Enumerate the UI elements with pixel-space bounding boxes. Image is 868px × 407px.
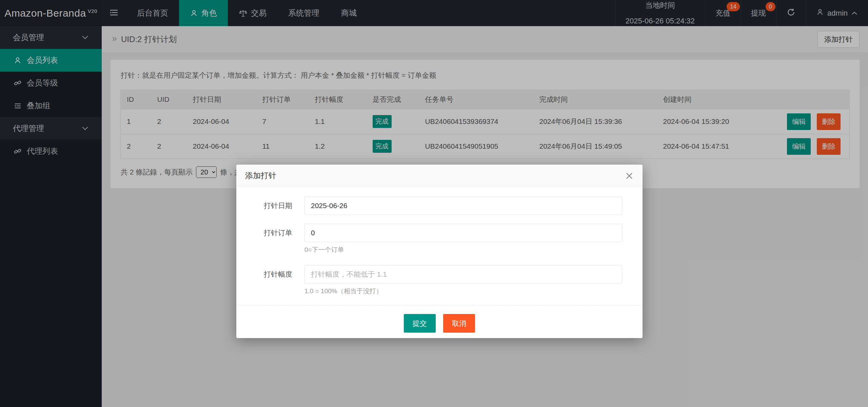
rate-hint-text: 1.0 = 100%（相当于没打）: [304, 287, 643, 296]
form-row-rate: 打针幅度: [236, 265, 643, 283]
field-label-rate: 打针幅度: [260, 270, 292, 279]
submit-button[interactable]: 提交: [404, 314, 436, 333]
injection-date-input[interactable]: [304, 197, 622, 215]
field-label-date: 打针日期: [260, 201, 292, 210]
modal-title: 添加打针: [245, 170, 276, 181]
injection-order-input[interactable]: [304, 224, 622, 242]
admin-page: Amazon-BerandaV20 后台首页 角色: [0, 0, 868, 407]
cancel-button[interactable]: 取消: [443, 314, 475, 333]
form-row-date: 打针日期: [236, 197, 643, 215]
add-injection-modal: 添加打针 打针日期 打针订单 0=下一个订单 打针幅度 1.0 = 100%（相…: [236, 165, 643, 338]
order-hint-text: 0=下一个订单: [304, 245, 643, 254]
injection-rate-input[interactable]: [304, 265, 622, 283]
field-label-order: 打针订单: [260, 228, 292, 238]
close-icon[interactable]: [625, 171, 634, 180]
modal-footer: 提交 取消: [236, 305, 643, 333]
form-row-order: 打针订单: [236, 224, 643, 242]
modal-header: 添加打针: [236, 165, 643, 187]
